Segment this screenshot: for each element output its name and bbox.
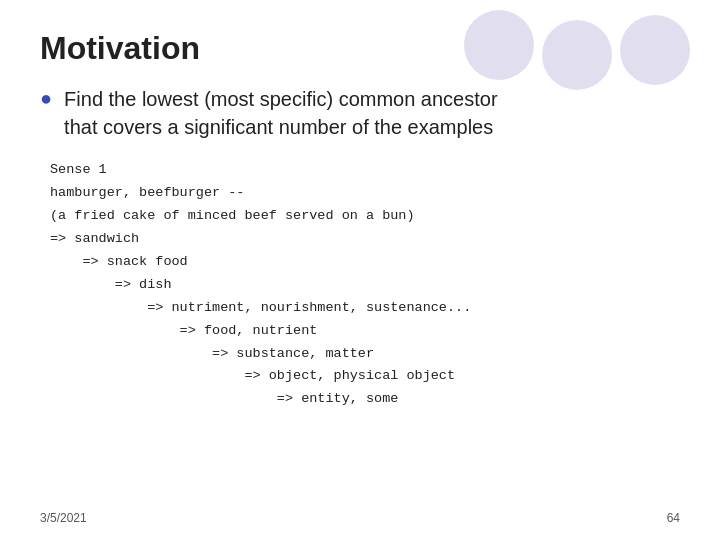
code-line-0: Sense 1 (50, 159, 680, 182)
bullet-dot: ● (40, 87, 52, 110)
bullet-section: ● Find the lowest (most specific) common… (40, 85, 680, 141)
circle-3 (620, 15, 690, 85)
footer-date: 3/5/2021 (40, 511, 87, 525)
code-line-10: => entity, some (50, 388, 680, 411)
code-line-9: => object, physical object (50, 365, 680, 388)
code-line-4: => snack food (50, 251, 680, 274)
code-line-3: => sandwich (50, 228, 680, 251)
code-line-5: => dish (50, 274, 680, 297)
bullet-text: Find the lowest (most specific) common a… (64, 85, 498, 141)
footer: 3/5/2021 64 (40, 511, 680, 525)
bullet-line2: that covers a significant number of the … (64, 116, 493, 138)
slide: Motivation ● Find the lowest (most speci… (0, 0, 720, 540)
code-line-7: => food, nutrient (50, 320, 680, 343)
code-line-8: => substance, matter (50, 343, 680, 366)
footer-page: 64 (667, 511, 680, 525)
bullet-line1: Find the lowest (most specific) common a… (64, 88, 498, 110)
circle-2 (542, 20, 612, 90)
code-block: Sense 1 hamburger, beefburger -- (a frie… (50, 159, 680, 411)
circle-1 (464, 10, 534, 80)
decorative-circles (464, 10, 690, 90)
code-line-2: (a fried cake of minced beef served on a… (50, 205, 680, 228)
code-line-1: hamburger, beefburger -- (50, 182, 680, 205)
code-line-6: => nutriment, nourishment, sustenance... (50, 297, 680, 320)
